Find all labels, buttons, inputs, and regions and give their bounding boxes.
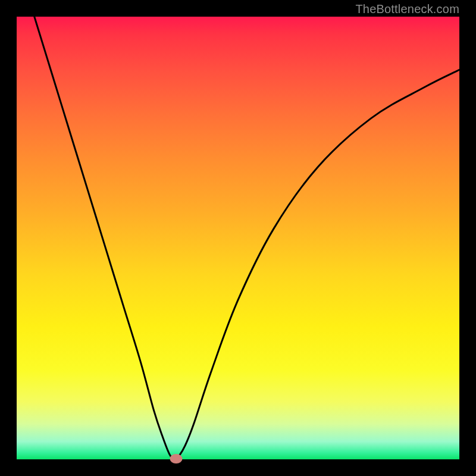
bottleneck-curve xyxy=(17,17,459,459)
watermark-text: TheBottleneck.com xyxy=(355,2,459,16)
chart-plot-area xyxy=(17,17,459,459)
minimum-marker xyxy=(170,454,182,464)
